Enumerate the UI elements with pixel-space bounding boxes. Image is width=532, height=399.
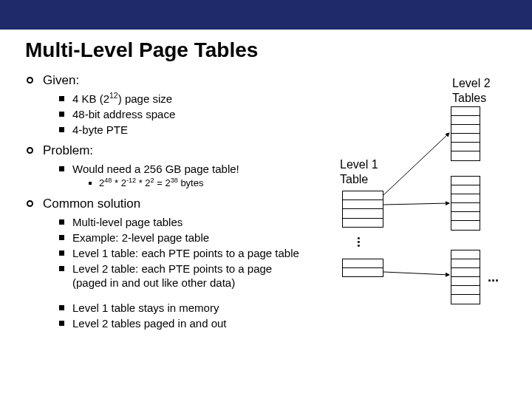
section-given: Given: 4 KB (212) page size 48-bit addre… <box>27 72 343 137</box>
page-title: Multi-Level Page Tables <box>25 38 510 62</box>
svg-line-0 <box>383 133 449 195</box>
txt: ) page size <box>118 92 172 105</box>
problem-item: Would need a 256 GB page table! 248 * 2-… <box>59 162 343 190</box>
given-heading: Given: <box>43 73 79 87</box>
slide-body: Multi-Level Page Tables Given: 4 KB (212… <box>0 30 532 399</box>
problem-calc: 248 * 2-12 * 22 = 238 bytes <box>89 177 343 190</box>
svg-line-1 <box>383 203 449 205</box>
t: bytes <box>178 177 204 188</box>
given-item-addrspace: 48-bit address space <box>59 107 343 121</box>
svg-line-2 <box>383 272 449 275</box>
txt: 4 KB (2 <box>72 92 109 105</box>
s: 48 <box>104 177 112 184</box>
section-solution: Common solution Multi-level page tables … <box>27 196 343 330</box>
sup: 12 <box>109 91 118 100</box>
solution-item-e: Level 1 table stays in memory <box>59 301 343 315</box>
given-item-pagesize: 4 KB (212) page size <box>59 92 343 106</box>
solution-item-b: Example: 2-level page table <box>59 231 343 245</box>
s: 38 <box>171 177 178 184</box>
solution-item-a: Multi-level page tables <box>59 215 343 229</box>
solution-heading: Common solution <box>43 197 140 211</box>
header-bar <box>0 0 532 30</box>
t: * 2 <box>136 177 151 188</box>
t: (paged in and out like other data) <box>72 276 235 289</box>
diagram: Level 2 Tables Level 1 Table ... <box>336 81 521 325</box>
t: Level 2 table: each PTE points to a page <box>72 262 272 275</box>
problem-heading: Problem: <box>43 143 93 157</box>
s: -12 <box>126 177 136 184</box>
given-item-pte: 4-byte PTE <box>59 123 343 137</box>
solution-item-f: Level 2 tables paged in and out <box>59 316 343 330</box>
section-problem: Problem: Would need a 256 GB page table!… <box>27 143 343 190</box>
solution-item-c: Level 1 table: each PTE points to a page… <box>59 246 343 260</box>
text-content: Given: 4 KB (212) page size 48-bit addre… <box>25 72 343 330</box>
t: * 2 <box>112 177 126 188</box>
solution-item-d: Level 2 table: each PTE points to a page… <box>59 262 343 290</box>
txt: Would need a 256 GB page table! <box>72 163 239 175</box>
t: = 2 <box>154 177 171 188</box>
connector-lines <box>336 81 521 325</box>
